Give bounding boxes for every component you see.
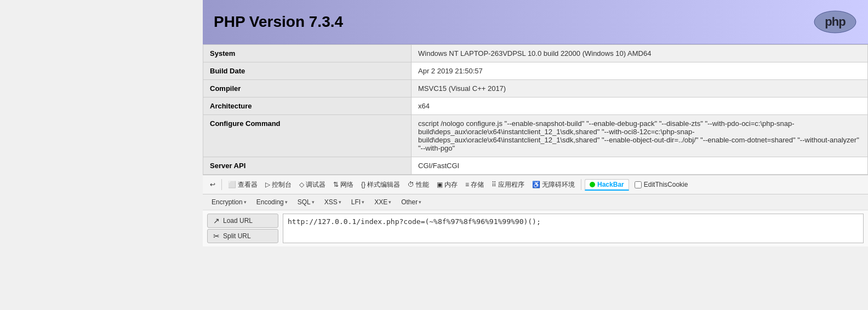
menu-xss[interactable]: XSS ▾ — [320, 197, 346, 208]
devtools-console-btn[interactable]: ▷ 控制台 — [262, 179, 294, 191]
table-row: CompilerMSVC15 (Visual C++ 2017) — [203, 80, 868, 97]
performance-icon: ⏱ — [408, 181, 414, 188]
table-value: cscript /nologo configure.js "--enable-s… — [412, 115, 868, 157]
menu-encryption[interactable]: Encryption ▾ — [207, 197, 251, 208]
encryption-arrow: ▾ — [244, 199, 247, 205]
table-row: SystemWindows NT LAPTOP-263VDPSL 10.0 bu… — [203, 45, 868, 62]
hackbar-tab-label: HackBar — [597, 181, 624, 188]
devtools-accessibility-btn[interactable]: ♿ 无障碍环境 — [529, 179, 578, 191]
other-arrow: ▾ — [419, 199, 421, 205]
devtools-storage-btn[interactable]: ≡ 存储 — [462, 179, 487, 191]
menu-other[interactable]: Other ▾ — [397, 197, 426, 208]
separator-1 — [221, 179, 222, 190]
lfi-label: LFI — [351, 198, 361, 206]
devtools-performance-btn[interactable]: ⏱ 性能 — [405, 179, 432, 191]
devtools-style-editor-btn[interactable]: {} 样式编辑器 — [358, 179, 403, 191]
network-label: 网络 — [340, 180, 353, 190]
split-url-button[interactable]: ✂ Split URL — [207, 229, 278, 243]
debugger-label: 调试器 — [306, 180, 326, 190]
separator-2 — [581, 179, 581, 190]
table-value: x64 — [412, 97, 868, 115]
memory-icon: ▣ — [437, 181, 443, 188]
table-label: System — [203, 45, 412, 62]
sql-arrow: ▾ — [312, 199, 315, 205]
menu-sql[interactable]: SQL ▾ — [293, 197, 319, 208]
table-row: Configure Commandcscript /nologo configu… — [203, 115, 868, 157]
accessibility-label: 无障碍环境 — [542, 180, 575, 190]
xxe-label: XXE — [374, 198, 387, 206]
devtools-memory-btn[interactable]: ▣ 内存 — [434, 179, 460, 191]
debugger-icon: ◇ — [299, 181, 304, 188]
encoding-arrow: ▾ — [285, 199, 288, 205]
load-url-label: Load URL — [223, 217, 253, 225]
main-content: PHP Version 7.3.4 php SystemWindows NT L… — [203, 0, 868, 246]
inspector-icon: ⬜ — [228, 181, 236, 188]
xss-arrow: ▾ — [339, 199, 341, 205]
table-row: Server APICGI/FastCGI — [203, 157, 868, 175]
inspector-label: 查看器 — [238, 180, 258, 190]
left-panel — [0, 0, 203, 246]
load-url-icon: ↗ — [213, 216, 220, 225]
hackbar-menu: Encryption ▾ Encoding ▾ SQL ▾ XSS ▾ LFI … — [203, 194, 868, 210]
network-icon: ⇅ — [333, 181, 339, 188]
hackbar-tab[interactable]: HackBar — [585, 179, 629, 191]
encryption-label: Encryption — [212, 198, 243, 206]
lfi-arrow: ▾ — [362, 199, 364, 205]
table-row: Build DateApr 2 2019 21:50:57 — [203, 62, 868, 80]
devtools-back-btn[interactable]: ↩ — [207, 180, 218, 190]
editcookie-label: EditThisCookie — [644, 181, 688, 188]
hackbar-dot-icon — [590, 182, 595, 187]
devtools-debugger-btn[interactable]: ◇ 调试器 — [296, 179, 328, 191]
storage-icon: ≡ — [465, 181, 469, 188]
split-url-icon: ✂ — [213, 232, 220, 240]
php-version-title: PHP Version 7.3.4 — [214, 13, 343, 31]
devtools-bar: ↩ ⬜ 查看器 ▷ 控制台 ◇ 调试器 ⇅ 网络 {} 样式编辑器 ⏱ 性能 ▣ — [203, 175, 868, 194]
table-label: Server API — [203, 157, 412, 175]
encoding-label: Encoding — [256, 198, 284, 206]
console-label: 控制台 — [272, 180, 292, 190]
other-label: Other — [401, 198, 418, 206]
table-row: Architecturex64 — [203, 97, 868, 115]
apps-icon: ⠿ — [492, 181, 496, 188]
editcookie-checkbox[interactable] — [635, 181, 642, 188]
table-value: Windows NT LAPTOP-263VDPSL 10.0 build 22… — [412, 45, 868, 62]
accessibility-icon: ♿ — [532, 181, 540, 188]
style-editor-icon: {} — [361, 181, 366, 188]
xss-label: XSS — [324, 198, 338, 206]
php-header: PHP Version 7.3.4 php — [203, 0, 868, 44]
menu-lfi[interactable]: LFI ▾ — [347, 197, 369, 208]
url-input[interactable] — [283, 214, 864, 243]
xxe-arrow: ▾ — [389, 199, 391, 205]
devtools-network-btn[interactable]: ⇅ 网络 — [330, 179, 356, 191]
apps-label: 应用程序 — [498, 180, 524, 190]
svg-text:php: php — [825, 15, 846, 28]
php-info-table: SystemWindows NT LAPTOP-263VDPSL 10.0 bu… — [203, 44, 868, 175]
split-url-label: Split URL — [223, 232, 251, 240]
memory-label: 内存 — [444, 180, 458, 190]
hackbar-buttons: ↗ Load URL ✂ Split URL — [207, 214, 278, 243]
hackbar-url-area: ↗ Load URL ✂ Split URL — [203, 210, 868, 246]
table-label: Architecture — [203, 97, 412, 115]
performance-label: 性能 — [416, 180, 429, 190]
editcookie-tab[interactable]: EditThisCookie — [631, 180, 692, 190]
menu-encoding[interactable]: Encoding ▾ — [252, 197, 292, 208]
devtools-apps-btn[interactable]: ⠿ 应用程序 — [489, 179, 527, 191]
console-icon: ▷ — [265, 181, 270, 188]
table-value: CGI/FastCGI — [412, 157, 868, 175]
table-value: Apr 2 2019 21:50:57 — [412, 62, 868, 80]
sql-label: SQL — [298, 198, 311, 206]
table-label: Compiler — [203, 80, 412, 97]
devtools-inspector-btn[interactable]: ⬜ 查看器 — [225, 179, 260, 191]
php-logo: php — [813, 10, 857, 34]
load-url-button[interactable]: ↗ Load URL — [207, 214, 278, 228]
style-editor-label: 样式编辑器 — [367, 180, 400, 190]
storage-label: 存储 — [471, 180, 484, 190]
table-value: MSVC15 (Visual C++ 2017) — [412, 80, 868, 97]
menu-xxe[interactable]: XXE ▾ — [370, 197, 396, 208]
table-label: Build Date — [203, 62, 412, 80]
table-label: Configure Command — [203, 115, 412, 157]
